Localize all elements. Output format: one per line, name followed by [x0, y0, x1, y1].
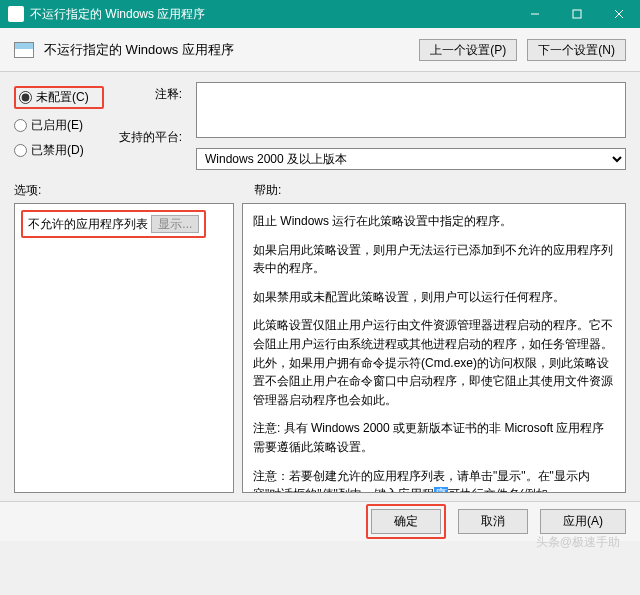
- highlight-unconfigured: 未配置(C): [14, 86, 104, 109]
- show-list-button[interactable]: 显示...: [151, 215, 199, 233]
- ok-button[interactable]: 确定: [371, 509, 441, 534]
- radio-enabled-input[interactable]: [14, 119, 27, 132]
- header-title: 不运行指定的 Windows 应用程序: [44, 41, 409, 59]
- radio-enabled[interactable]: 已启用(E): [14, 117, 104, 134]
- minimize-button[interactable]: [514, 0, 556, 28]
- maximize-button[interactable]: [556, 0, 598, 28]
- highlight-disallowed: 不允许的应用程序列表 显示...: [21, 210, 206, 238]
- help-p6-highlight: 序: [434, 487, 448, 493]
- watermark: 头条@极速手助: [536, 534, 620, 551]
- comment-textarea[interactable]: [196, 82, 626, 138]
- help-p2: 如果启用此策略设置，则用户无法运行已添加到不允许的应用程序列表中的程序。: [253, 241, 615, 278]
- disallowed-list-row: 不允许的应用程序列表 显示...: [21, 210, 227, 238]
- options-label: 选项:: [14, 182, 254, 199]
- section-labels: 选项: 帮助:: [0, 176, 640, 203]
- radio-unconfigured-label: 未配置(C): [36, 89, 89, 106]
- disallowed-list-label: 不允许的应用程序列表: [28, 217, 148, 231]
- help-label: 帮助:: [254, 182, 281, 199]
- options-panel: 不允许的应用程序列表 显示...: [14, 203, 234, 493]
- radio-enabled-label: 已启用(E): [31, 117, 83, 134]
- highlight-ok: 确定: [366, 504, 446, 539]
- platform-label: 支持的平台:: [118, 129, 182, 146]
- radio-unconfigured-input[interactable]: [19, 91, 32, 104]
- app-icon: [8, 6, 24, 22]
- next-setting-button[interactable]: 下一个设置(N): [527, 39, 626, 61]
- help-p3: 如果禁用或未配置此策略设置，则用户可以运行任何程序。: [253, 288, 615, 307]
- radio-disabled[interactable]: 已禁用(D): [14, 142, 104, 159]
- titlebar: 不运行指定的 Windows 应用程序: [0, 0, 640, 28]
- panels: 不允许的应用程序列表 显示... 阻止 Windows 运行在此策略设置中指定的…: [0, 203, 640, 501]
- apply-button[interactable]: 应用(A): [540, 509, 626, 534]
- window-title: 不运行指定的 Windows 应用程序: [30, 6, 514, 23]
- window-controls: [514, 0, 640, 28]
- field-values: Windows 2000 及以上版本: [196, 82, 626, 170]
- platform-select[interactable]: Windows 2000 及以上版本: [196, 148, 626, 170]
- help-p6: 注意：若要创建允许的应用程序列表，请单击"显示"。在"显示内容"对话框的"值"列…: [253, 467, 615, 493]
- help-panel[interactable]: 阻止 Windows 运行在此策略设置中指定的程序。 如果启用此策略设置，则用户…: [242, 203, 626, 493]
- radio-disabled-label: 已禁用(D): [31, 142, 84, 159]
- config-section: 未配置(C) 已启用(E) 已禁用(D) 注释: 支持的平台: Windows …: [0, 72, 640, 176]
- close-button[interactable]: [598, 0, 640, 28]
- previous-setting-button[interactable]: 上一个设置(P): [419, 39, 517, 61]
- radio-disabled-input[interactable]: [14, 144, 27, 157]
- header: 不运行指定的 Windows 应用程序 上一个设置(P) 下一个设置(N): [0, 28, 640, 72]
- policy-icon: [14, 42, 34, 58]
- svg-rect-1: [573, 10, 581, 18]
- field-labels: 注释: 支持的平台:: [118, 82, 182, 170]
- help-p5: 注意: 具有 Windows 2000 或更新版本证书的非 Microsoft …: [253, 419, 615, 456]
- cancel-button[interactable]: 取消: [458, 509, 528, 534]
- help-p4: 此策略设置仅阻止用户运行由文件资源管理器进程启动的程序。它不会阻止用户运行由系统…: [253, 316, 615, 409]
- radio-group: 未配置(C) 已启用(E) 已禁用(D): [14, 86, 104, 170]
- help-p1: 阻止 Windows 运行在此策略设置中指定的程序。: [253, 212, 615, 231]
- radio-unconfigured[interactable]: 未配置(C): [19, 89, 99, 106]
- comment-label: 注释:: [118, 86, 182, 103]
